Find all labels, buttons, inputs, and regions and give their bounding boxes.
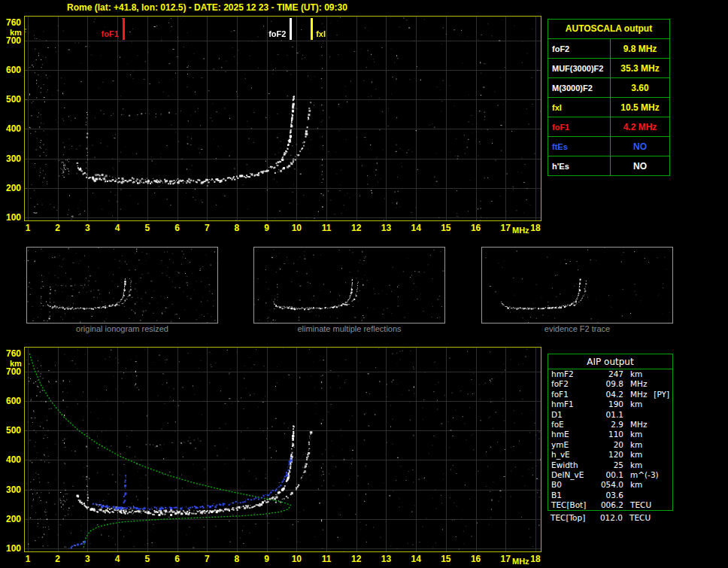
aip-row-label: TEC[Top] (551, 513, 596, 523)
station-date-time-header: Rome (lat: +41.8, lon: 012.5) - DATE: 20… (67, 2, 347, 13)
autoscala-row-value: 10.5 MHz (611, 98, 669, 117)
aip-row: hmE110km (548, 430, 672, 439)
autoscala-row-value: 3.60 (611, 78, 669, 97)
x-axis-tick-bottom: 15 (441, 554, 450, 564)
x-axis-unit-bottom: MHz (512, 557, 529, 566)
fof1-marker-label: foF1 (93, 29, 119, 38)
x-axis-tick-top: 7 (205, 223, 210, 233)
aip-row-value: 2.9 (596, 420, 623, 430)
y-axis-tick-top: 760 (2, 17, 21, 28)
y-axis-tick-top: 500 (2, 94, 21, 105)
autoscala-row-value: 4.2 MHz (611, 117, 669, 136)
aip-row: TEC[Bot]006.2TECU (548, 500, 672, 510)
aip-table-rows: hmF2247kmfoF209.8MHzfoF104.2MHz[PY]hmF11… (548, 369, 672, 510)
aip-row-unit: km (630, 450, 642, 460)
aip-row: D101.1 (548, 410, 672, 420)
autoscala-row-label: fxI (548, 98, 611, 117)
autoscala-row: MUF(3000)F235.3 MHz (548, 58, 669, 77)
aip-table-rows-outside: TEC[Top]012.0TECU (548, 513, 673, 523)
fof2-marker-label: foF2 (260, 29, 286, 38)
aip-row-extra: [PY] (651, 390, 669, 399)
x-axis-tick-bottom: 16 (471, 554, 481, 564)
autoscala-app-window: Rome (lat: +41.8, lon: 012.5) - DATE: 20… (0, 0, 728, 568)
aip-table-title: AIP output (548, 354, 672, 369)
thumbnail-caption-2: eliminate multiple reflections (253, 324, 445, 333)
aip-row-label: D1 (551, 410, 596, 420)
aip-row-label: Ewidth (551, 460, 596, 470)
y-axis-tick-top: 600 (2, 65, 21, 75)
x-axis-tick-top: 17 (501, 223, 511, 233)
x-axis-tick-bottom: 9 (264, 554, 269, 564)
autoscala-table-title: AUTOSCALA output (548, 20, 669, 38)
autoscala-row-value: NO (611, 137, 669, 156)
aip-row-value: 20 (596, 440, 623, 450)
fof2-marker-line (290, 18, 292, 40)
aip-row-value: 25 (596, 460, 623, 470)
thumbnail-caption-1: original ionogram resized (26, 324, 218, 333)
y-axis-tick-bottom: 500 (2, 425, 21, 436)
x-axis-tick-top: 9 (264, 223, 269, 233)
x-axis-tick-top: 1 (26, 223, 31, 233)
x-axis-tick-top: 3 (85, 223, 90, 233)
aip-row: B0054.0km (548, 480, 672, 490)
x-axis-tick-bottom: 1 (26, 554, 31, 564)
x-axis-tick-top: 15 (441, 223, 450, 233)
x-axis-tick-top: 5 (144, 223, 150, 233)
x-axis-tick-top: 4 (115, 223, 120, 233)
aip-row-label: hmF2 (551, 369, 596, 379)
x-axis-tick-bottom: 14 (411, 554, 420, 564)
aip-row-unit: TECU (630, 500, 651, 510)
aip-row-label: hmE (551, 430, 596, 439)
aip-row-unit: km (630, 430, 642, 439)
x-axis-tick-bottom: 6 (174, 554, 180, 564)
y-axis-tick-bottom: 600 (2, 396, 21, 406)
aip-row-unit: m^(-3) (630, 470, 659, 480)
thumbnail-eliminate-reflections (253, 247, 445, 323)
aip-row: foE2.9MHz (548, 420, 672, 430)
autoscala-row-label: MUF(3000)F2 (548, 59, 611, 77)
x-axis-tick-bottom: 3 (85, 554, 90, 564)
x-axis-unit-top: MHz (512, 226, 529, 235)
fxi-marker-line (311, 18, 313, 40)
autoscala-row: foF29.8 MHz (548, 38, 669, 58)
aip-row-label: h_vE (551, 450, 596, 460)
aip-row-value: 01.1 (596, 410, 623, 420)
autoscala-row-label: ftEs (548, 137, 611, 156)
thumbnail-original-ionogram (26, 247, 218, 323)
y-axis-tick-bottom: 200 (2, 514, 21, 524)
aip-row-value: 04.2 (596, 390, 623, 399)
x-axis-tick-bottom: 7 (205, 554, 210, 564)
aip-row: foF209.8MHz (548, 379, 672, 389)
aip-row: DelN_vE00.1m^(-3) (548, 470, 672, 480)
aip-row-unit: km (630, 369, 642, 379)
ionogram-plot-bottom-with-profile (24, 347, 541, 552)
x-axis-tick-top: 10 (292, 223, 302, 233)
aip-row-value: 190 (596, 399, 623, 409)
thumbnail-evidence-f2-trace (481, 247, 673, 323)
aip-row-unit: MHz (630, 420, 647, 430)
x-axis-tick-bottom: 8 (235, 554, 240, 564)
fxi-marker-label: fxI (316, 29, 326, 38)
x-axis-tick-top: 18 (530, 223, 540, 233)
aip-row-unit: km (630, 460, 642, 470)
y-axis-tick-top: 100 (2, 212, 21, 223)
autoscala-row-value: 35.3 MHz (611, 59, 669, 77)
y-axis-tick-top: 400 (2, 123, 21, 134)
ionogram-plot-top (24, 16, 541, 221)
aip-output-table: AIP output hmF2247kmfoF209.8MHzfoF104.2M… (548, 354, 673, 511)
aip-row-value: 09.8 (596, 379, 623, 389)
aip-row-label: B1 (551, 491, 596, 500)
y-axis-tick-top: 200 (2, 183, 21, 193)
aip-row: h_vE120km (548, 450, 672, 460)
aip-row-unit: km (630, 440, 642, 450)
aip-row-unit: MHz (630, 379, 647, 389)
x-axis-tick-bottom: 17 (501, 554, 511, 564)
y-axis-tick-bottom: 400 (2, 454, 21, 465)
aip-row-label: hmF1 (551, 399, 596, 409)
aip-row-unit: km (630, 399, 642, 409)
aip-row: ymE20km (548, 440, 672, 450)
aip-row-unit: km (630, 480, 642, 490)
aip-row-label: TEC[Bot] (551, 500, 596, 510)
aip-row: hmF1190km (548, 399, 672, 409)
aip-row: foF104.2MHz[PY] (548, 390, 672, 399)
